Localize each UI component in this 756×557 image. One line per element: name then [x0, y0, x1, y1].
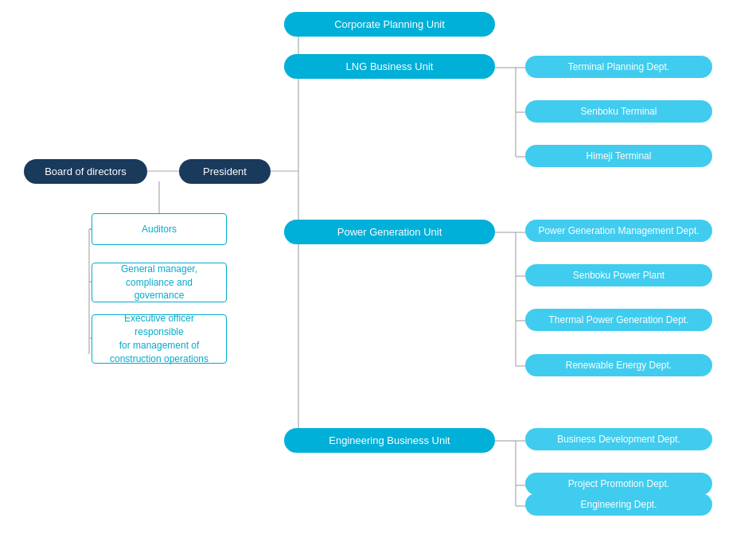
- power-mgmt-node: Power Generation Management Dept.: [525, 220, 712, 242]
- thermal-node: Thermal Power Generation Dept.: [525, 309, 712, 331]
- terminal-planning-node: Terminal Planning Dept.: [525, 56, 712, 78]
- corporate-node: Corporate Planning Unit: [284, 12, 495, 37]
- senboku-terminal-node: Senboku Terminal: [525, 100, 712, 123]
- lng-node: LNG Business Unit: [284, 54, 495, 79]
- gm-compliance-node: General manager, compliance and governan…: [92, 263, 227, 302]
- board-node: Board of directors: [24, 159, 147, 184]
- exec-officer-node: Executive officer responsible for manage…: [92, 314, 227, 364]
- engineering-dept-node: Engineering Dept.: [525, 493, 712, 516]
- senboku-power-node: Senboku Power Plant: [525, 264, 712, 286]
- renewable-node: Renewable Energy Dept.: [525, 354, 712, 376]
- engineering-node: Engineering Business Unit: [284, 428, 495, 453]
- president-node: President: [179, 159, 271, 184]
- power-node: Power Generation Unit: [284, 220, 495, 244]
- project-promo-node: Project Promotion Dept.: [525, 473, 712, 495]
- auditors-node: Auditors: [92, 213, 227, 245]
- himeji-terminal-node: Himeji Terminal: [525, 145, 712, 167]
- business-dev-node: Business Development Dept.: [525, 428, 712, 450]
- org-chart: Board of directors President Corporate P…: [0, 0, 756, 557]
